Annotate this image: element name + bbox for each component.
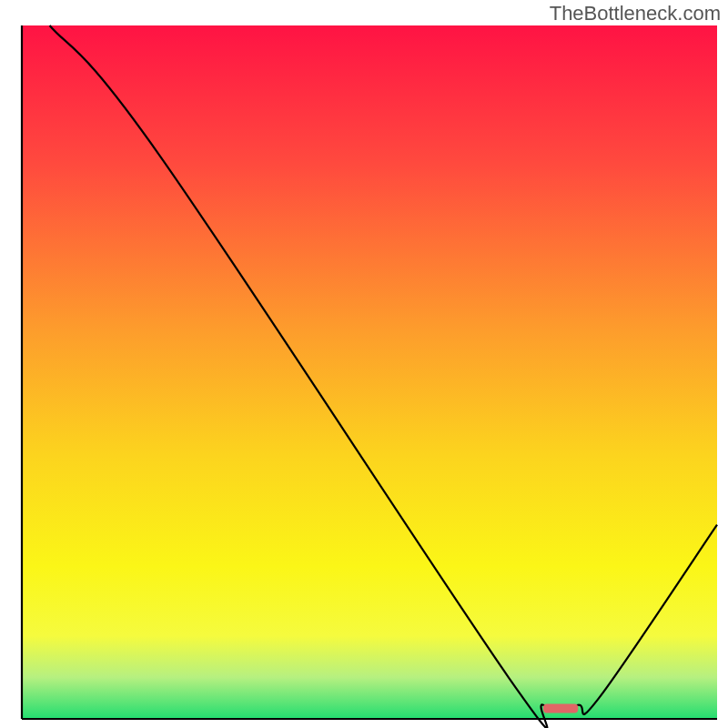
bottleneck-plot	[0, 0, 728, 728]
watermark-text: TheBottleneck.com	[550, 2, 721, 25]
gradient-background	[22, 25, 717, 719]
chart-container: TheBottleneck.com	[0, 0, 728, 728]
optimum-marker	[543, 704, 578, 713]
